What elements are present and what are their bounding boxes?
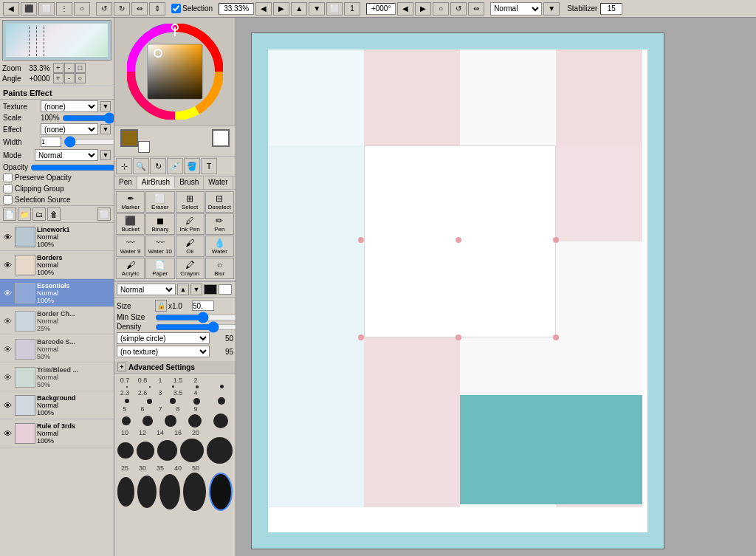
blend-down[interactable]: ▼ <box>190 284 202 295</box>
bsg-dot-08[interactable] <box>149 386 151 388</box>
layer-linework1[interactable]: 👁 Linework1 Normal 100% <box>0 223 114 251</box>
tab-brush[interactable]: Brush <box>175 176 204 189</box>
layer-trim[interactable]: 👁 Trim/Bleed ... Normal 50% <box>0 363 114 391</box>
select-tool[interactable]: ⊹ <box>116 158 132 174</box>
angle-btn-3[interactable]: ○ <box>433 2 449 16</box>
tool-water9[interactable]: 〰 Water 9 <box>116 236 145 257</box>
eyedrop-tool[interactable]: 💉 <box>167 158 183 174</box>
texture-btn[interactable]: ▼ <box>100 101 111 111</box>
size-lock[interactable]: 🔒 <box>155 300 167 312</box>
bsg-dot-35[interactable] <box>159 474 180 509</box>
layer-eye-background[interactable]: 👁 <box>1 399 13 411</box>
bsg-dot-10[interactable] <box>117 442 134 459</box>
bsg-dot-4[interactable] <box>218 397 225 405</box>
width-input[interactable] <box>41 137 61 147</box>
brush-texture-dropdown[interactable]: (no texture) <box>117 346 210 357</box>
layer-background[interactable]: 👁 Background Normal 100% <box>0 391 114 419</box>
color-swatch-black[interactable] <box>204 284 217 295</box>
blend-mode-select[interactable]: Normal <box>117 284 176 295</box>
tool-btn-2[interactable]: ⬛ <box>21 2 37 16</box>
angle-btn-4[interactable]: ↺ <box>450 2 467 16</box>
width-slider[interactable] <box>63 138 114 145</box>
advanced-expand-btn[interactable]: + <box>117 363 126 371</box>
zoom-fit[interactable]: ⬜ <box>326 2 343 16</box>
layer-barcode[interactable]: 👁 Barcode S... Normal 50% <box>0 335 114 363</box>
flip-h-btn[interactable]: ⇔ <box>131 2 148 16</box>
bsg-dot-23[interactable] <box>125 399 129 403</box>
layer-borders[interactable]: 👁 Borders Normal 100% <box>0 251 114 279</box>
selection-checkbox-label[interactable]: Selection <box>171 4 213 13</box>
bsg-dot-20[interactable] <box>207 437 233 464</box>
canvas-document[interactable] <box>251 32 664 549</box>
tool-btn-3[interactable]: ⬜ <box>38 2 55 16</box>
preserve-opacity-checkbox[interactable] <box>3 173 13 182</box>
new-layer-btn[interactable]: 📄 <box>3 207 16 221</box>
mode-dropdown[interactable]: Normal <box>35 149 98 161</box>
layer-rule-of-3rds[interactable]: 👁 Rule of 3rds Normal 100% <box>0 419 114 447</box>
color-swatch-right[interactable] <box>212 129 230 147</box>
bsg-dot-3[interactable] <box>170 398 176 404</box>
tool-pen[interactable]: ✏ Pen <box>205 213 234 235</box>
scale-slider[interactable] <box>62 114 114 122</box>
bsg-dot-8[interactable] <box>188 414 202 428</box>
bsg-dot-40[interactable] <box>183 473 205 511</box>
tool-oil[interactable]: 🖌 Oil <box>176 236 205 257</box>
tool-btn-4[interactable]: ⋮ <box>56 2 72 16</box>
bsg-dot-2[interactable] <box>220 385 224 388</box>
effect-btn[interactable]: ▼ <box>100 124 111 134</box>
tool-select[interactable]: ⊞ Select <box>176 191 205 213</box>
layer-eye-barcode[interactable]: 👁 <box>1 343 13 355</box>
bsg-dot-14[interactable] <box>157 440 177 461</box>
tool-marker[interactable]: ✒ Marker <box>116 191 145 213</box>
zoom-minus[interactable]: - <box>64 63 75 73</box>
layer-eye-borders[interactable]: 👁 <box>1 259 13 271</box>
bsg-dot-5[interactable] <box>122 416 131 425</box>
color-wheel[interactable] <box>127 24 223 120</box>
angle-btn-5[interactable]: ⇔ <box>468 2 484 16</box>
tool-acrylic[interactable]: 🖌 Acrylic <box>116 258 145 279</box>
color-swatch-white[interactable] <box>219 284 232 295</box>
bsg-dot-12[interactable] <box>137 442 154 460</box>
layer-essentials[interactable]: 👁 Essentials Normal 100% <box>0 279 114 307</box>
angle-btn-1[interactable]: ◀ <box>397 2 413 16</box>
texture-dropdown[interactable]: (none) <box>41 100 98 112</box>
angle-minus[interactable]: - <box>64 73 75 83</box>
angle-btn-2[interactable]: ▶ <box>415 2 431 16</box>
layer-eye-linework1[interactable]: 👁 <box>1 231 13 243</box>
flip-v-btn[interactable]: ⇕ <box>149 2 165 16</box>
bsg-dot-26[interactable] <box>147 399 152 404</box>
bsg-dot-16[interactable] <box>180 439 203 462</box>
zoom-plus[interactable]: + <box>53 63 63 73</box>
canvas-area[interactable] <box>236 18 756 556</box>
mode-btn[interactable]: ▼ <box>100 150 111 160</box>
tool-eraser[interactable]: ⬜ Eraser <box>145 191 174 213</box>
bsg-dot-50[interactable] <box>209 473 233 511</box>
tab-airbrush[interactable]: AirBrush <box>137 176 175 189</box>
stabilizer-input[interactable] <box>600 3 622 15</box>
tool-blur[interactable]: ○ Blur <box>205 258 234 279</box>
delete-layer-btn[interactable]: 🗑 <box>47 207 61 221</box>
layer-eye-border-ch[interactable]: 👁 <box>1 315 13 327</box>
folder-btn[interactable]: 🗂 <box>32 207 46 221</box>
rotate-left-btn[interactable]: ↺ <box>96 2 112 16</box>
zoom-tool[interactable]: 🔍 <box>133 158 149 174</box>
rotate-right-btn[interactable]: ↻ <box>114 2 130 16</box>
tool-deselect[interactable]: ⊟ Deselect <box>205 191 234 213</box>
opacity-slider[interactable] <box>30 165 114 171</box>
selection-source-checkbox[interactable] <box>3 195 13 205</box>
angle-plus[interactable]: + <box>53 73 63 83</box>
bg-color-swatch[interactable] <box>138 141 150 153</box>
tab-pen[interactable]: Pen <box>114 176 137 189</box>
new-folder-btn[interactable]: 📁 <box>18 207 31 221</box>
zoom-nav-3[interactable]: ▲ <box>291 2 307 16</box>
angle-input[interactable] <box>366 3 396 15</box>
layer-eye-essentials[interactable]: 👁 <box>1 287 13 299</box>
zoom-input[interactable] <box>219 3 254 15</box>
selection-checkbox[interactable] <box>171 4 181 13</box>
effect-dropdown[interactable]: (none) <box>41 123 98 135</box>
layer-eye-rule[interactable]: 👁 <box>1 428 13 439</box>
density-slider[interactable] <box>155 324 236 330</box>
shape-dropdown[interactable]: (simple circle) <box>117 332 210 344</box>
text-tool[interactable]: T <box>201 158 217 174</box>
clipping-group-checkbox[interactable] <box>3 184 13 193</box>
